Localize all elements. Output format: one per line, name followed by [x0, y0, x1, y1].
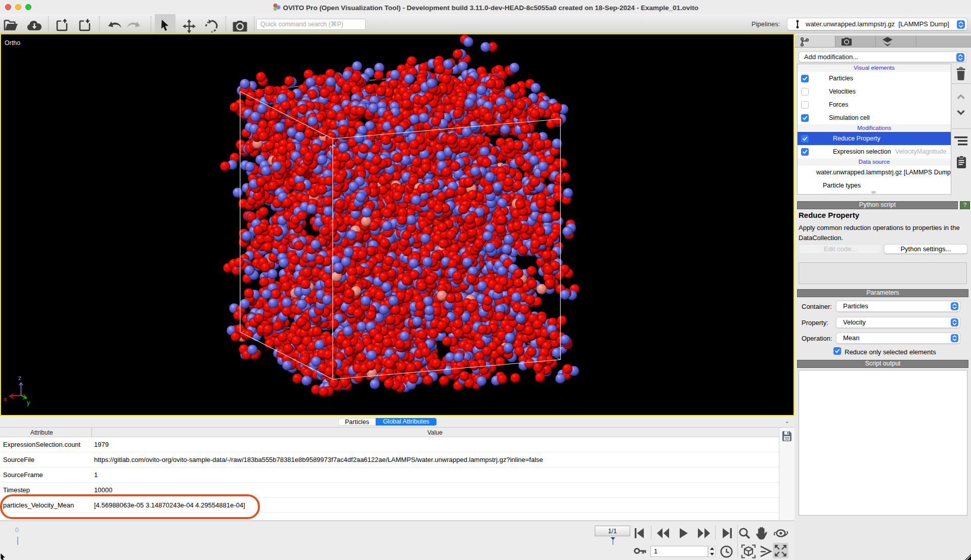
svg-text:x: x — [4, 395, 7, 403]
svg-text:Ortho: Ortho — [5, 39, 20, 46]
svg-text:z: z — [18, 374, 22, 382]
svg-text:y: y — [27, 399, 30, 406]
